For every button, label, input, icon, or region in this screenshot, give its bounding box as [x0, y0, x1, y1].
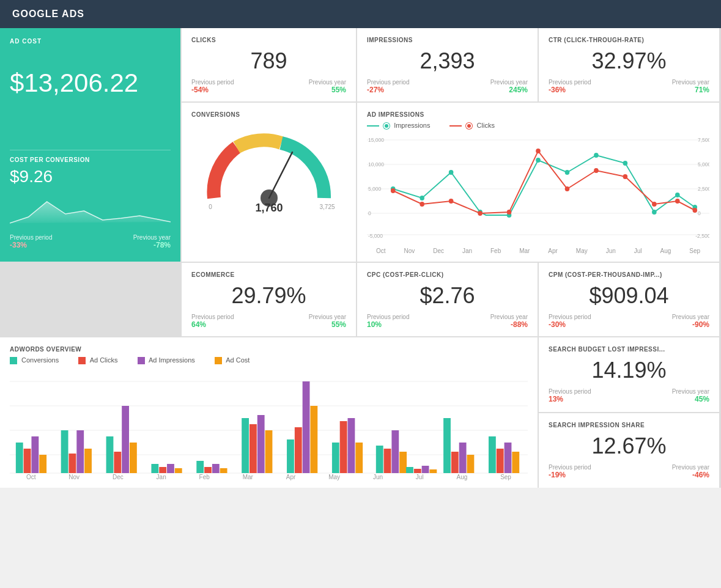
search-cards-stack: SEARCH BUDGET LOST IMPRESSI... 14.19% Pr…: [539, 337, 719, 488]
search-impression-value: 12.67%: [549, 433, 709, 459]
adwords-overview-label: ADWORDS OVERVIEW: [10, 346, 528, 353]
clicks-card: CLICKS 789 Previous period -54% Previous…: [182, 28, 356, 101]
clicks-prev-year-label: Previous year: [309, 79, 346, 86]
cpc-value: $2.76: [367, 283, 528, 309]
cpc-card: CPC (COST-PER-CLICK) $2.76 Previous peri…: [357, 263, 538, 336]
svg-rect-66: [204, 467, 212, 473]
svg-point-28: [623, 161, 628, 166]
svg-rect-67: [212, 464, 220, 473]
svg-point-43: [692, 208, 697, 213]
cpm-card: CPM (COST-PER-THOUSAND-IMP...) $909.04 P…: [539, 263, 719, 336]
svg-rect-78: [340, 421, 347, 473]
impressions-prev-period-pct: -27%: [367, 86, 409, 94]
svg-rect-64: [175, 468, 182, 473]
svg-rect-86: [414, 469, 421, 473]
svg-rect-73: [287, 439, 294, 473]
ctr-card: CTR (CLICK-THROUGH-RATE) 32.97% Previous…: [539, 28, 719, 101]
ad-impressions-label: AD IMPRESSIONS: [367, 111, 709, 118]
svg-rect-49: [16, 443, 23, 473]
search-impression-card: SEARCH IMPRESSION SHARE 12.67% Previous …: [539, 413, 719, 488]
svg-rect-91: [459, 443, 467, 473]
svg-text:2,500: 2,500: [698, 186, 709, 192]
ad-cost-prev-year-label: Previous year: [133, 234, 171, 241]
svg-point-39: [594, 168, 599, 173]
header: GOOGLE ADS: [0, 0, 721, 28]
adwords-bar-chart: OctNov DecJan FebMar AprMay JunJul AugSe…: [10, 369, 528, 479]
svg-rect-76: [310, 406, 317, 473]
conversions-legend-item: Conversions: [10, 356, 59, 364]
cpm-prev-period-label: Previous period: [549, 314, 591, 320]
svg-text:-2,500: -2,500: [695, 233, 709, 239]
impressions-label: IMPRESSIONS: [367, 37, 528, 43]
svg-rect-82: [384, 449, 391, 473]
svg-point-21: [420, 196, 424, 200]
ctr-prev-year-label: Previous year: [672, 79, 709, 86]
svg-rect-50: [24, 449, 31, 473]
impressions-prev-period-label: Previous period: [367, 79, 409, 86]
svg-rect-54: [69, 454, 76, 473]
ad-clicks-legend-item: Ad Clicks: [78, 356, 117, 364]
ctr-prev-period-label: Previous period: [549, 79, 591, 86]
search-budget-card: SEARCH BUDGET LOST IMPRESSI... 14.19% Pr…: [539, 337, 719, 412]
cpm-label: CPM (COST-PER-THOUSAND-IMP...): [549, 271, 709, 278]
svg-rect-52: [39, 455, 46, 473]
svg-rect-74: [295, 427, 302, 473]
svg-rect-96: [512, 452, 519, 473]
svg-rect-94: [497, 449, 504, 473]
svg-text:-5,000: -5,000: [368, 233, 383, 239]
search-impression-prev-year-label: Previous year: [672, 464, 709, 471]
svg-text:0: 0: [698, 210, 701, 216]
svg-rect-77: [332, 443, 339, 473]
svg-rect-70: [250, 424, 257, 473]
svg-rect-65: [196, 461, 204, 473]
svg-point-27: [594, 153, 599, 158]
impressions-card: IMPRESSIONS 2,393 Previous period -27% P…: [357, 28, 538, 101]
ctr-prev-year-pct: 71%: [672, 86, 709, 94]
svg-rect-95: [505, 443, 512, 473]
svg-rect-60: [130, 443, 137, 473]
ad-cost-value: $13,206.22: [10, 69, 171, 97]
cpc-label: CPC (COST-PER-CLICK): [367, 271, 528, 278]
svg-rect-89: [443, 418, 451, 473]
ad-cost-legend-item: Ad Cost: [215, 356, 250, 364]
cpc-prev-period-label: Previous period: [367, 314, 409, 320]
sparkline-chart: [10, 193, 171, 229]
search-impression-prev-period-pct: -19%: [549, 471, 591, 479]
ctr-label: CTR (CLICK-THROUGH-RATE): [549, 37, 709, 43]
svg-point-25: [536, 158, 541, 163]
svg-text:5,000: 5,000: [368, 186, 381, 192]
ctr-prev-period-pct: -36%: [549, 86, 591, 94]
svg-rect-63: [167, 464, 174, 473]
cpc-prev-year-label: Previous year: [490, 314, 528, 320]
svg-point-29: [652, 210, 657, 215]
svg-point-35: [478, 211, 483, 216]
search-impression-prev-year-pct: -46%: [672, 471, 709, 479]
svg-text:0: 0: [209, 204, 212, 210]
ad-impressions-legend-item: Ad Impressions: [138, 356, 195, 364]
svg-rect-87: [422, 466, 429, 473]
ad-cost-card: AD COST $13,206.22 COST PER CONVERSION $…: [0, 28, 180, 262]
svg-rect-93: [489, 436, 496, 473]
impressions-value: 2,393: [367, 48, 528, 74]
ad-impressions-chart: 15,000 10,000 5,000 0 -5,000 7,500 5,000…: [367, 134, 709, 253]
svg-point-40: [623, 174, 628, 179]
search-budget-prev-period-pct: 13%: [549, 395, 591, 403]
search-budget-prev-period-label: Previous period: [549, 388, 591, 395]
svg-rect-55: [76, 430, 84, 473]
search-budget-label: SEARCH BUDGET LOST IMPRESSI...: [549, 346, 709, 353]
svg-point-33: [420, 202, 424, 207]
svg-rect-79: [348, 418, 355, 473]
svg-rect-51: [31, 436, 39, 473]
svg-rect-69: [242, 418, 249, 473]
impressions-legend: Impressions: [367, 122, 430, 129]
svg-point-41: [652, 202, 657, 207]
svg-text:10,000: 10,000: [368, 161, 384, 167]
svg-rect-84: [399, 452, 407, 473]
clicks-value: 789: [191, 48, 346, 74]
svg-rect-80: [355, 443, 363, 473]
svg-rect-81: [376, 446, 383, 473]
ecommerce-prev-period-pct: 64%: [191, 320, 234, 329]
clicks-label: CLICKS: [191, 37, 346, 43]
svg-point-34: [449, 199, 454, 204]
cpm-prev-period-pct: -30%: [549, 320, 591, 329]
